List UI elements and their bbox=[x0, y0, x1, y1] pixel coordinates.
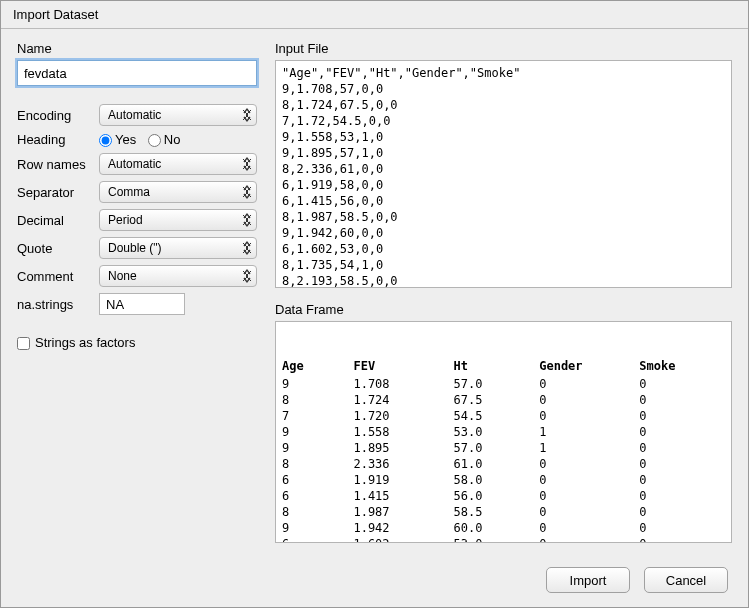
dialog-footer: Import Cancel bbox=[1, 559, 748, 607]
rownames-label: Row names bbox=[17, 157, 99, 172]
heading-label: Heading bbox=[17, 132, 99, 147]
comment-select[interactable]: None bbox=[99, 265, 257, 287]
input-file-label: Input File bbox=[275, 41, 732, 56]
df-col-header: Ht bbox=[453, 358, 539, 376]
table-row: 91.94260.000 bbox=[282, 520, 725, 536]
table-row: 61.60253.000 bbox=[282, 536, 725, 543]
encoding-select[interactable]: Automatic bbox=[99, 104, 257, 126]
strings-as-factors-option[interactable]: Strings as factors bbox=[17, 335, 135, 350]
table-row: 61.91958.000 bbox=[282, 472, 725, 488]
table-row: 91.89557.010 bbox=[282, 440, 725, 456]
name-input[interactable] bbox=[17, 60, 257, 86]
heading-no-option[interactable]: No bbox=[148, 132, 181, 147]
table-row: 82.33661.000 bbox=[282, 456, 725, 472]
dialog-title: Import Dataset bbox=[1, 1, 748, 29]
cancel-button[interactable]: Cancel bbox=[644, 567, 728, 593]
input-file-preview[interactable]: "Age","FEV","Ht","Gender","Smoke" 9,1.70… bbox=[275, 60, 732, 288]
quote-select[interactable]: Double (") bbox=[99, 237, 257, 259]
name-label: Name bbox=[17, 41, 257, 56]
comment-label: Comment bbox=[17, 269, 99, 284]
df-col-header: Smoke bbox=[639, 358, 725, 376]
table-row: 71.72054.500 bbox=[282, 408, 725, 424]
import-button[interactable]: Import bbox=[546, 567, 630, 593]
table-row: 81.72467.500 bbox=[282, 392, 725, 408]
quote-label: Quote bbox=[17, 241, 99, 256]
heading-radios: Yes No bbox=[99, 132, 257, 147]
rownames-select[interactable]: Automatic bbox=[99, 153, 257, 175]
table-row: 81.98758.500 bbox=[282, 504, 725, 520]
separator-select[interactable]: Comma bbox=[99, 181, 257, 203]
dialog-content: Name Encoding Automatic Heading bbox=[1, 29, 748, 559]
strings-as-factors-checkbox[interactable] bbox=[17, 337, 30, 350]
separator-label: Separator bbox=[17, 185, 99, 200]
heading-yes-option[interactable]: Yes bbox=[99, 132, 140, 147]
encoding-label: Encoding bbox=[17, 108, 99, 123]
decimal-label: Decimal bbox=[17, 213, 99, 228]
df-col-header: FEV bbox=[353, 358, 453, 376]
nastrings-input[interactable] bbox=[99, 293, 185, 315]
data-frame-preview[interactable]: AgeFEVHtGenderSmoke91.70857.00081.72467.… bbox=[275, 321, 732, 543]
heading-yes-radio[interactable] bbox=[99, 134, 112, 147]
data-frame-table: AgeFEVHtGenderSmoke91.70857.00081.72467.… bbox=[282, 358, 725, 543]
decimal-select[interactable]: Period bbox=[99, 209, 257, 231]
table-row: 61.41556.000 bbox=[282, 488, 725, 504]
nastrings-label: na.strings bbox=[17, 297, 99, 312]
table-row: 91.55853.010 bbox=[282, 424, 725, 440]
left-column: Name Encoding Automatic Heading bbox=[17, 41, 257, 555]
df-col-header: Age bbox=[282, 358, 353, 376]
right-column: Input File "Age","FEV","Ht","Gender","Sm… bbox=[275, 41, 732, 555]
data-frame-label: Data Frame bbox=[275, 302, 732, 317]
heading-no-radio[interactable] bbox=[148, 134, 161, 147]
import-dataset-dialog: Import Dataset Name Encoding Automatic H… bbox=[0, 0, 749, 608]
df-col-header: Gender bbox=[539, 358, 639, 376]
table-row: 91.70857.000 bbox=[282, 376, 725, 392]
